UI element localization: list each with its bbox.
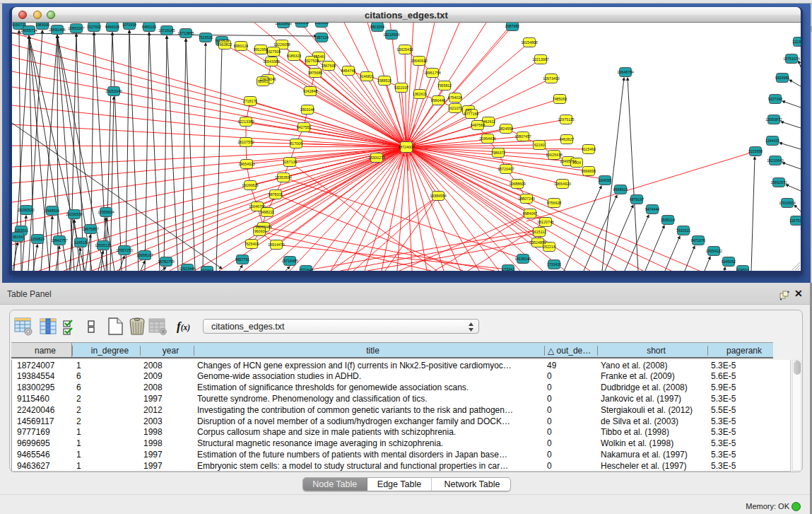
svg-text:3215958: 3215958 [748, 148, 763, 153]
svg-text:20364436: 20364436 [479, 136, 496, 140]
svg-text:8471676: 8471676 [691, 238, 706, 242]
svg-text:8186323: 8186323 [287, 53, 302, 57]
svg-text:13325419: 13325419 [396, 47, 413, 51]
svg-text:3498222: 3498222 [260, 209, 275, 214]
svg-text:14055714: 14055714 [20, 28, 37, 32]
svg-text:3267130: 3267130 [283, 159, 298, 163]
svg-text:6466100: 6466100 [105, 24, 120, 28]
svg-text:9904: 9904 [572, 160, 581, 164]
svg-text:9329966: 9329966 [775, 75, 790, 79]
svg-text:1156829: 1156829 [30, 236, 45, 240]
svg-text:1112850: 1112850 [792, 39, 801, 43]
svg-text:10973493: 10973493 [543, 76, 560, 80]
svg-text:12213967: 12213967 [532, 57, 549, 61]
svg-text:817006: 817006 [290, 141, 302, 145]
svg-text:1167534: 1167534 [789, 218, 801, 222]
svg-text:9756928: 9756928 [547, 200, 562, 204]
svg-text:1948506: 1948506 [45, 208, 60, 212]
svg-text:2718176: 2718176 [243, 98, 258, 103]
svg-text:12505135: 12505135 [95, 243, 112, 247]
svg-text:9657791: 9657791 [235, 257, 250, 261]
svg-text:8912954: 8912954 [295, 23, 310, 25]
svg-text:2803144: 2803144 [300, 107, 315, 111]
svg-text:5322605: 5322605 [314, 23, 329, 25]
svg-text:19166825: 19166825 [242, 182, 259, 187]
svg-text:9150722: 9150722 [12, 23, 26, 27]
svg-text:114519: 114519 [74, 240, 86, 244]
svg-text:8878332: 8878332 [269, 192, 283, 196]
svg-text:6794024: 6794024 [448, 95, 463, 99]
svg-text:924501: 924501 [736, 267, 749, 270]
svg-text:15751074: 15751074 [783, 56, 800, 60]
svg-text:9146821: 9146821 [360, 74, 375, 78]
svg-text:19975857: 19975857 [82, 226, 99, 230]
svg-text:16033809: 16033809 [275, 23, 292, 25]
svg-text:9327508: 9327508 [305, 58, 319, 62]
svg-text:16914479: 16914479 [268, 242, 285, 246]
svg-text:16210643: 16210643 [767, 158, 784, 162]
svg-text:252214: 252214 [543, 244, 555, 248]
svg-text:19654923: 19654923 [554, 181, 571, 185]
svg-text:3875685: 3875685 [308, 70, 323, 74]
svg-text:8990448: 8990448 [431, 98, 446, 102]
svg-text:8813054: 8813054 [370, 24, 385, 28]
svg-text:7357224: 7357224 [314, 35, 329, 39]
svg-text:15640910: 15640910 [411, 58, 428, 62]
svg-text:1527602: 1527602 [87, 24, 102, 28]
svg-text:15300273: 15300273 [368, 155, 385, 159]
svg-text:7955812: 7955812 [437, 83, 452, 87]
svg-text:8984067: 8984067 [523, 211, 538, 215]
svg-text:9227343: 9227343 [768, 96, 783, 100]
svg-text:17359924: 17359924 [98, 209, 114, 214]
svg-text:9115460: 9115460 [582, 146, 596, 151]
svg-text:96093: 96093 [254, 228, 265, 233]
svg-text:5322037: 5322037 [394, 85, 409, 89]
svg-text:13942757: 13942757 [51, 238, 68, 242]
svg-text:10719185: 10719185 [158, 28, 175, 32]
svg-text:1588520: 1588520 [377, 78, 392, 82]
svg-text:10654112: 10654112 [705, 248, 722, 252]
svg-text:12093872: 12093872 [765, 117, 782, 121]
svg-text:173342: 173342 [502, 267, 514, 270]
svg-text:10653267: 10653267 [68, 25, 85, 30]
svg-text:20053346: 20053346 [105, 88, 122, 93]
svg-text:16648784: 16648784 [617, 69, 634, 74]
svg-text:6879197: 6879197 [630, 197, 645, 201]
svg-text:9463627: 9463627 [560, 136, 575, 141]
svg-text:19384554: 19384554 [430, 193, 447, 197]
svg-text:10807457: 10807457 [514, 134, 531, 138]
svg-text:17957253: 17957253 [116, 247, 133, 252]
svg-text:17016504: 17016504 [779, 200, 796, 204]
svg-text:98961: 98961 [258, 78, 269, 83]
svg-text:1615112: 1615112 [532, 229, 546, 233]
svg-text:9777169: 9777169 [464, 111, 479, 115]
svg-text:2687682: 2687682 [505, 23, 520, 28]
svg-text:8938923: 8938923 [613, 187, 628, 191]
svg-text:26260520: 26260520 [18, 207, 35, 211]
svg-text:1071918: 1071918 [122, 23, 137, 27]
svg-text:19654923: 19654923 [238, 161, 255, 165]
svg-text:15716485: 15716485 [281, 258, 298, 262]
svg-text:16107552: 16107552 [237, 139, 254, 144]
svg-text:9474444: 9474444 [645, 206, 660, 211]
svg-text:6466100: 6466100 [142, 24, 157, 28]
svg-text:0699695: 0699695 [582, 168, 596, 173]
svg-text:15353594: 15353594 [275, 175, 292, 179]
svg-text:7485063: 7485063 [553, 96, 567, 100]
svg-text:2935114: 2935114 [661, 217, 675, 221]
svg-text:16961758: 16961758 [424, 70, 441, 74]
svg-text:7625402: 7625402 [245, 241, 259, 245]
svg-text:16120746: 16120746 [537, 219, 554, 223]
svg-text:1733426: 1733426 [547, 262, 562, 266]
svg-text:10046766: 10046766 [249, 204, 266, 208]
svg-text:16543382: 16543382 [263, 59, 280, 63]
svg-text:9245052: 9245052 [722, 259, 736, 263]
svg-text:12923446: 12923446 [179, 266, 196, 270]
svg-text:7663822: 7663822 [218, 42, 233, 46]
svg-text:39154: 39154 [13, 234, 23, 238]
svg-text:6497568: 6497568 [471, 122, 486, 127]
svg-text:1244415: 1244415 [765, 138, 780, 142]
svg-text:8960124: 8960124 [234, 43, 249, 47]
svg-text:18724007: 18724007 [398, 144, 415, 148]
svg-text:1621072: 1621072 [448, 105, 463, 110]
